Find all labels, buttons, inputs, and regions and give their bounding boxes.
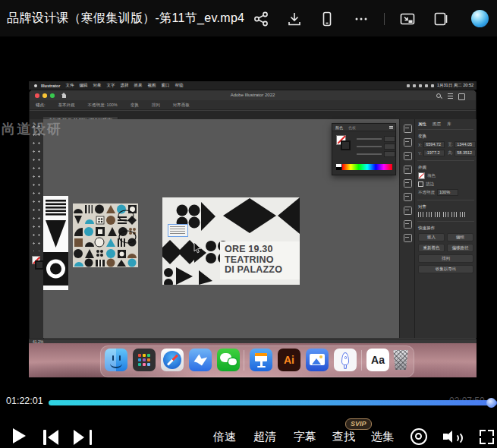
menu-file[interactable]: 文件 — [65, 83, 74, 88]
height-field[interactable]: 58.3512 — [455, 150, 476, 156]
dock-icon-safari[interactable] — [161, 349, 184, 371]
menu-select[interactable]: 选择 — [120, 83, 128, 88]
progress-bar[interactable] — [49, 400, 497, 405]
dock-icon-launchpad[interactable] — [133, 349, 156, 371]
menu-effect[interactable]: 效果 — [134, 83, 142, 88]
opacity-field[interactable]: 100% — [437, 189, 458, 196]
align-middle-icon[interactable] — [451, 212, 457, 217]
status-icon[interactable] — [413, 84, 416, 87]
artboard-2[interactable] — [73, 203, 138, 267]
menu-help[interactable]: 帮助 — [175, 83, 183, 88]
tools-palette[interactable] — [30, 119, 44, 339]
dock-icon-trash[interactable] — [389, 349, 412, 371]
color-value-field[interactable] — [384, 144, 395, 150]
app-logo-sphere[interactable] — [471, 10, 489, 27]
playback-speed-button[interactable]: 倍速 — [213, 430, 236, 444]
more-icon[interactable] — [353, 11, 370, 27]
tool-icons[interactable] — [31, 122, 42, 251]
control-item[interactable]: 锚点: — [36, 103, 46, 108]
search-icon[interactable] — [425, 84, 428, 87]
volume-icon[interactable] — [443, 428, 463, 445]
panel-tab-icon[interactable] — [404, 193, 412, 201]
picture-in-picture-icon[interactable] — [399, 11, 416, 27]
color-slider[interactable] — [357, 153, 382, 155]
popout-window-icon[interactable] — [433, 11, 449, 27]
align-right-icon[interactable] — [435, 212, 440, 217]
panel-tab-icon[interactable] — [404, 152, 412, 160]
menubar-app-name[interactable]: Illustrator — [41, 84, 60, 88]
dock-icon-browser-bird[interactable] — [189, 349, 212, 371]
dock-icon-finder[interactable] — [105, 349, 127, 371]
fullscreen-icon[interactable] — [480, 430, 494, 444]
mobile-icon[interactable] — [319, 11, 335, 27]
panel-tab-icon[interactable] — [404, 179, 412, 188]
dock-icon-rocket-app[interactable] — [334, 349, 357, 371]
tab-libraries[interactable]: 库 — [447, 121, 451, 127]
apple-logo-icon[interactable] — [34, 84, 37, 87]
menu-view[interactable]: 视图 — [147, 83, 156, 88]
panel-tab-icon[interactable] — [404, 138, 412, 147]
download-icon[interactable] — [286, 11, 303, 27]
control-item[interactable]: 对齐画板 — [173, 103, 190, 108]
quality-button[interactable]: 超清 — [253, 430, 276, 444]
menu-edit[interactable]: 编辑 — [79, 83, 87, 88]
dock-icon-wechat[interactable] — [217, 349, 240, 371]
swatches-panel-tab[interactable]: 色板 — [348, 125, 356, 130]
quick-action-button[interactable]: 重新着色 — [418, 244, 445, 252]
quick-action-button[interactable]: 收集以导出 — [418, 265, 473, 273]
tab-layers[interactable]: 图层 — [433, 121, 441, 127]
tab-properties[interactable]: 属性 — [418, 121, 426, 127]
dock-icon-media-app[interactable] — [306, 349, 329, 371]
control-item[interactable]: 排列 — [152, 103, 160, 108]
episode-list-button[interactable]: 选集 — [371, 430, 394, 444]
align-center-icon[interactable] — [426, 212, 432, 217]
status-icon[interactable] — [407, 84, 410, 87]
color-value-field[interactable] — [384, 151, 395, 157]
control-item[interactable]: 基本外观 — [58, 103, 75, 108]
panel-tab-icon[interactable] — [404, 234, 412, 242]
fill-color-swatch[interactable] — [418, 172, 425, 179]
width-field[interactable]: 1344.05 — [455, 141, 476, 148]
artboard-1[interactable] — [43, 196, 68, 290]
next-episode-button[interactable] — [74, 430, 92, 445]
play-button[interactable] — [13, 428, 26, 443]
menu-type[interactable]: 文字 — [106, 83, 115, 88]
previous-episode-button[interactable] — [43, 430, 61, 445]
control-item[interactable]: 变换 — [131, 103, 139, 108]
progress-knob[interactable] — [486, 398, 496, 408]
panel-tab-icon[interactable] — [404, 207, 412, 215]
y-field[interactable]: -1977.2 — [423, 150, 445, 156]
color-value-field[interactable] — [384, 136, 395, 142]
panel-tab-icon[interactable] — [404, 220, 412, 229]
color-panel-tab[interactable]: 颜色 — [335, 125, 343, 130]
control-center-icon[interactable] — [431, 84, 434, 87]
subtitle-button[interactable]: 字幕 — [294, 430, 316, 444]
menubar-clock[interactable]: 1月31日 周二 20:52 — [437, 83, 473, 88]
stroke-color-swatch[interactable] — [418, 181, 423, 187]
quick-action-button[interactable]: 嵌入 — [418, 233, 445, 241]
align-bottom-icon[interactable] — [460, 212, 465, 217]
align-top-icon[interactable] — [443, 212, 448, 217]
color-spectrum-bar[interactable] — [342, 164, 392, 170]
workspace-icon[interactable] — [448, 93, 453, 99]
menu-window[interactable]: 窗口 — [161, 83, 169, 88]
control-item[interactable]: 不透明度: 100% — [88, 103, 118, 108]
menu-object[interactable]: 对象 — [93, 83, 101, 88]
dock-icon-keynote[interactable] — [250, 349, 272, 371]
quick-action-button[interactable]: 偏移路径 — [447, 244, 473, 252]
search-in-video-button[interactable]: 查找 — [332, 430, 355, 444]
panel-tab-icon[interactable] — [404, 125, 412, 133]
color-slider[interactable] — [357, 146, 382, 147]
white-black-swatches[interactable] — [336, 164, 341, 170]
dock-icon-illustrator[interactable]: Ai — [278, 349, 300, 371]
settings-icon[interactable] — [410, 428, 427, 445]
share-icon[interactable] — [253, 11, 269, 27]
quick-action-button[interactable]: 排列 — [418, 254, 473, 263]
quick-action-button[interactable]: 编组 — [447, 233, 473, 241]
dock-icon-font-book[interactable]: Aa — [366, 349, 389, 371]
color-slider[interactable] — [357, 138, 382, 140]
x-field[interactable]: 6594.72 — [423, 141, 445, 148]
wifi-icon[interactable] — [419, 84, 422, 87]
selected-text-block[interactable] — [168, 224, 188, 237]
panel-menu-icon[interactable] — [389, 126, 393, 129]
